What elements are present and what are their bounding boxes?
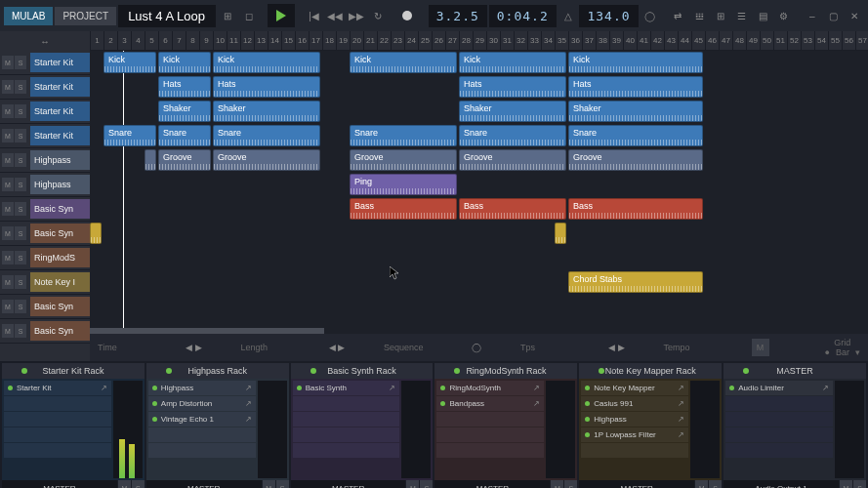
rack-slot-empty[interactable] xyxy=(4,412,111,427)
ruler-tick[interactable]: 49 xyxy=(746,31,760,50)
rack-slot-empty[interactable] xyxy=(725,427,833,442)
rack-slot-empty[interactable] xyxy=(148,427,256,442)
ruler-tick[interactable]: 42 xyxy=(650,31,664,50)
track-header[interactable]: MSHighpass xyxy=(0,148,90,173)
clip[interactable]: Hats xyxy=(568,76,703,98)
ruler-tick[interactable]: 13 xyxy=(254,31,268,50)
solo-button[interactable]: S xyxy=(15,178,26,191)
ruler-tick[interactable]: 22 xyxy=(377,31,391,50)
slot-arrow-icon[interactable]: ↗ xyxy=(101,384,107,392)
track-name[interactable]: Note Key I xyxy=(30,272,90,292)
rack-mute-button[interactable]: M xyxy=(117,480,131,488)
track-header[interactable]: MSBasic Syn xyxy=(0,222,90,246)
track-name[interactable]: Basic Syn xyxy=(30,199,90,219)
project-menu-button[interactable]: PROJECT xyxy=(55,7,116,25)
tps-nav[interactable]: ◀ ▶ xyxy=(608,343,625,352)
ruler-tick[interactable]: 55 xyxy=(828,31,842,50)
ruler-tick[interactable]: 10 xyxy=(213,31,227,50)
rack-solo-button[interactable]: S xyxy=(708,480,722,488)
mixer-view-icon[interactable]: 𝍔 xyxy=(689,5,709,26)
rewind-button[interactable]: ◀◀ xyxy=(325,5,345,26)
solo-button[interactable]: S xyxy=(15,300,26,313)
ruler-tick[interactable]: 51 xyxy=(773,31,787,50)
project-name-field[interactable]: Lust 4 A Loop xyxy=(118,5,216,27)
list-view-icon[interactable]: ☰ xyxy=(732,5,752,26)
mute-button[interactable]: M xyxy=(2,56,14,69)
grid-snap-toggle[interactable]: ● xyxy=(825,347,830,357)
ruler-tick[interactable]: 15 xyxy=(281,31,295,50)
mute-toggle[interactable]: M xyxy=(752,339,769,356)
solo-button[interactable]: S xyxy=(15,56,26,69)
rack-slot[interactable]: Basic Synth↗ xyxy=(293,381,400,395)
track-header[interactable]: MSBasic Syn xyxy=(0,197,90,222)
mulab-menu-button[interactable]: MULAB xyxy=(4,7,53,25)
rack-mute-button[interactable]: M xyxy=(839,480,852,488)
play-button[interactable] xyxy=(268,4,296,27)
clip[interactable]: Bass xyxy=(459,198,566,220)
ruler-tick[interactable]: 48 xyxy=(732,31,746,50)
track-name[interactable]: Basic Syn xyxy=(30,297,90,316)
track-name[interactable]: RingModS xyxy=(30,248,90,267)
ruler-tick[interactable]: 7 xyxy=(172,31,186,50)
clip[interactable]: Groove xyxy=(459,149,566,171)
clip[interactable]: Snare xyxy=(158,125,211,146)
clip[interactable]: Bass xyxy=(350,198,457,220)
rack-slot[interactable]: Highpass↗ xyxy=(581,412,688,427)
clip[interactable]: Snare xyxy=(459,125,566,146)
ruler-tick[interactable]: 20 xyxy=(350,31,363,50)
clip[interactable]: Hats xyxy=(459,76,566,98)
ruler-tick[interactable]: 57 xyxy=(855,31,868,50)
forward-button[interactable]: ▶▶ xyxy=(347,5,366,26)
rack-slot-empty[interactable] xyxy=(581,443,688,458)
rack-solo-button[interactable]: S xyxy=(419,480,433,488)
clip[interactable]: Shaker xyxy=(568,101,703,122)
rack-slot-empty[interactable] xyxy=(148,443,256,458)
track-name[interactable]: Starter Kit xyxy=(30,77,90,97)
rack-slot-empty[interactable] xyxy=(4,443,111,458)
rack-slot[interactable]: Amp Distortion↗ xyxy=(148,396,256,411)
rack-title[interactable]: RingModSynth Rack xyxy=(434,363,577,379)
horizontal-scrollbar[interactable] xyxy=(90,328,324,334)
slot-arrow-icon[interactable]: ↗ xyxy=(822,384,829,392)
rack-solo-button[interactable]: S xyxy=(563,480,577,488)
rack-meter[interactable] xyxy=(546,381,575,478)
rack-meter[interactable] xyxy=(258,381,287,478)
rack-output[interactable]: MASTER xyxy=(434,480,550,488)
browser-icon[interactable]: ▤ xyxy=(753,5,772,26)
timeline-ruler[interactable]: 1234567891011121314151617181920212223242… xyxy=(90,31,868,51)
rack-slot[interactable]: Highpass↗ xyxy=(148,381,256,395)
ruler-tick[interactable]: 56 xyxy=(842,31,855,50)
rack-slot-empty[interactable] xyxy=(293,412,400,427)
rack-output[interactable]: MASTER xyxy=(146,480,262,488)
go-start-button[interactable]: |◀ xyxy=(305,5,324,26)
rack-slot[interactable]: Casius 991↗ xyxy=(581,396,688,411)
slot-arrow-icon[interactable]: ↗ xyxy=(389,384,395,392)
track-header[interactable]: MSStarter Kit xyxy=(0,100,90,124)
rack-title[interactable]: Starter Kit Rack xyxy=(2,363,145,379)
rack-solo-button[interactable]: S xyxy=(852,480,866,488)
track-name[interactable]: Starter Kit xyxy=(30,102,90,121)
clip[interactable]: Hats xyxy=(158,76,211,98)
mute-button[interactable]: M xyxy=(2,275,14,289)
rack-title[interactable]: MASTER xyxy=(723,363,866,379)
maximize-icon[interactable]: ▢ xyxy=(824,5,844,26)
ruler-tick[interactable]: 28 xyxy=(459,31,473,50)
rack-slot[interactable]: Vintage Echo 1↗ xyxy=(148,412,256,427)
slot-arrow-icon[interactable]: ↗ xyxy=(533,384,540,392)
rack-mute-button[interactable]: M xyxy=(550,480,563,488)
ruler-tick[interactable]: 33 xyxy=(527,31,541,50)
ruler-tick[interactable]: 47 xyxy=(719,31,732,50)
track-name[interactable]: Highpass xyxy=(30,150,90,170)
track-name[interactable]: Starter Kit xyxy=(30,126,90,145)
slot-arrow-icon[interactable]: ↗ xyxy=(533,399,540,408)
mute-button[interactable]: M xyxy=(2,104,14,118)
track-header[interactable]: MSRingModS xyxy=(0,246,90,270)
rack-slot-empty[interactable] xyxy=(4,427,111,442)
rack-slot-empty[interactable] xyxy=(436,412,544,427)
mute-button[interactable]: M xyxy=(2,153,14,167)
ruler-tick[interactable]: 34 xyxy=(541,31,555,50)
mute-button[interactable]: M xyxy=(2,129,14,142)
clip[interactable]: Snare xyxy=(213,125,320,146)
settings-icon[interactable]: ⚙ xyxy=(774,5,794,26)
ruler-tick[interactable]: 46 xyxy=(705,31,719,50)
